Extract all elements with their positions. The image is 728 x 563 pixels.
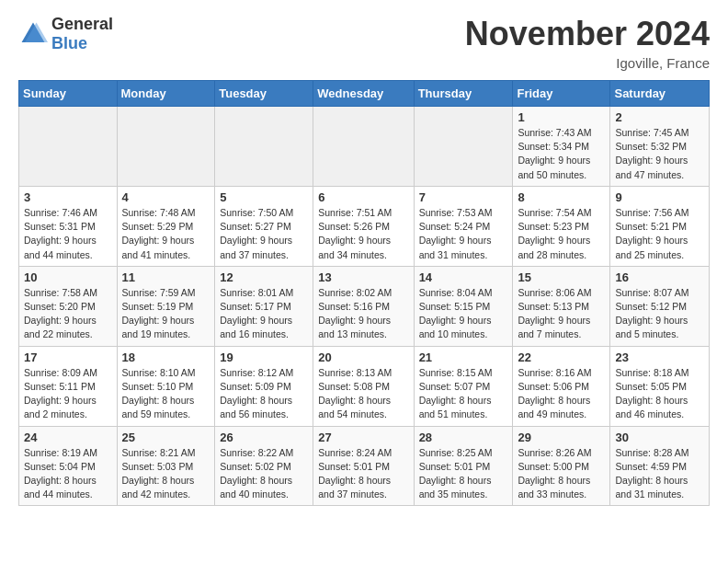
day-number: 7 [419, 190, 508, 204]
col-header-thursday: Thursday [414, 81, 513, 107]
month-title: November 2024 [465, 15, 710, 53]
day-info: Sunrise: 8:21 AM Sunset: 5:03 PM Dayligh… [122, 446, 210, 502]
day-cell [117, 107, 215, 187]
col-header-sunday: Sunday [19, 81, 118, 107]
day-number: 23 [615, 350, 704, 364]
col-header-saturday: Saturday [610, 81, 710, 107]
day-cell: 5Sunrise: 7:50 AM Sunset: 5:27 PM Daylig… [215, 186, 313, 266]
day-cell: 8Sunrise: 7:54 AM Sunset: 5:23 PM Daylig… [513, 186, 610, 266]
day-info: Sunrise: 7:56 AM Sunset: 5:21 PM Dayligh… [615, 206, 704, 262]
day-info: Sunrise: 7:50 AM Sunset: 5:27 PM Dayligh… [220, 206, 308, 262]
location: Igoville, France [465, 55, 710, 71]
day-cell: 27Sunrise: 8:24 AM Sunset: 5:01 PM Dayli… [313, 426, 414, 506]
day-number: 9 [615, 190, 704, 204]
day-cell: 16Sunrise: 8:07 AM Sunset: 5:12 PM Dayli… [610, 266, 710, 346]
day-number: 26 [220, 431, 308, 444]
day-number: 5 [220, 190, 308, 204]
day-cell: 29Sunrise: 8:26 AM Sunset: 5:00 PM Dayli… [513, 426, 610, 506]
day-cell: 3Sunrise: 7:46 AM Sunset: 5:31 PM Daylig… [19, 186, 118, 266]
col-header-tuesday: Tuesday [215, 81, 313, 107]
day-number: 1 [518, 110, 605, 124]
day-cell: 25Sunrise: 8:21 AM Sunset: 5:03 PM Dayli… [117, 426, 215, 506]
day-cell: 30Sunrise: 8:28 AM Sunset: 4:59 PM Dayli… [610, 426, 710, 506]
day-cell: 10Sunrise: 7:58 AM Sunset: 5:20 PM Dayli… [19, 266, 118, 346]
day-info: Sunrise: 8:24 AM Sunset: 5:01 PM Dayligh… [318, 446, 408, 502]
day-number: 28 [419, 431, 508, 444]
day-cell: 22Sunrise: 8:16 AM Sunset: 5:06 PM Dayli… [513, 346, 610, 426]
day-number: 24 [24, 431, 112, 444]
day-info: Sunrise: 8:04 AM Sunset: 5:15 PM Dayligh… [419, 286, 508, 342]
day-number: 2 [615, 110, 704, 124]
day-number: 6 [318, 190, 408, 204]
day-info: Sunrise: 7:51 AM Sunset: 5:26 PM Dayligh… [318, 206, 408, 262]
day-number: 30 [615, 431, 704, 444]
day-cell [215, 107, 313, 187]
day-cell: 14Sunrise: 8:04 AM Sunset: 5:15 PM Dayli… [414, 266, 513, 346]
week-row-1: 1Sunrise: 7:43 AM Sunset: 5:34 PM Daylig… [19, 107, 710, 187]
day-number: 14 [419, 270, 508, 284]
day-cell: 7Sunrise: 7:53 AM Sunset: 5:24 PM Daylig… [414, 186, 513, 266]
week-row-2: 3Sunrise: 7:46 AM Sunset: 5:31 PM Daylig… [19, 186, 710, 266]
col-header-wednesday: Wednesday [313, 81, 414, 107]
day-info: Sunrise: 8:26 AM Sunset: 5:00 PM Dayligh… [518, 446, 605, 502]
day-info: Sunrise: 7:59 AM Sunset: 5:19 PM Dayligh… [122, 286, 210, 342]
day-info: Sunrise: 8:02 AM Sunset: 5:16 PM Dayligh… [318, 286, 408, 342]
day-number: 21 [419, 350, 508, 364]
day-cell: 24Sunrise: 8:19 AM Sunset: 5:04 PM Dayli… [19, 426, 118, 506]
day-cell: 6Sunrise: 7:51 AM Sunset: 5:26 PM Daylig… [313, 186, 414, 266]
day-info: Sunrise: 7:53 AM Sunset: 5:24 PM Dayligh… [419, 206, 508, 262]
day-cell: 23Sunrise: 8:18 AM Sunset: 5:05 PM Dayli… [610, 346, 710, 426]
day-number: 15 [518, 270, 605, 284]
day-cell: 21Sunrise: 8:15 AM Sunset: 5:07 PM Dayli… [414, 346, 513, 426]
week-row-5: 24Sunrise: 8:19 AM Sunset: 5:04 PM Dayli… [19, 426, 710, 506]
day-info: Sunrise: 8:13 AM Sunset: 5:08 PM Dayligh… [318, 366, 408, 422]
header-row: SundayMondayTuesdayWednesdayThursdayFrid… [19, 81, 710, 107]
day-info: Sunrise: 7:46 AM Sunset: 5:31 PM Dayligh… [24, 206, 112, 262]
day-info: Sunrise: 8:25 AM Sunset: 5:01 PM Dayligh… [419, 446, 508, 502]
day-number: 27 [318, 431, 408, 444]
day-cell [19, 107, 118, 187]
day-cell: 11Sunrise: 7:59 AM Sunset: 5:19 PM Dayli… [117, 266, 215, 346]
day-cell: 18Sunrise: 8:10 AM Sunset: 5:10 PM Dayli… [117, 346, 215, 426]
day-number: 20 [318, 350, 408, 364]
day-info: Sunrise: 7:45 AM Sunset: 5:32 PM Dayligh… [615, 126, 704, 182]
day-number: 4 [122, 190, 210, 204]
day-cell: 13Sunrise: 8:02 AM Sunset: 5:16 PM Dayli… [313, 266, 414, 346]
day-info: Sunrise: 8:19 AM Sunset: 5:04 PM Dayligh… [24, 446, 112, 502]
day-number: 3 [24, 190, 112, 204]
day-number: 25 [122, 431, 210, 444]
day-cell: 9Sunrise: 7:56 AM Sunset: 5:21 PM Daylig… [610, 186, 710, 266]
day-info: Sunrise: 8:07 AM Sunset: 5:12 PM Dayligh… [615, 286, 704, 342]
day-info: Sunrise: 8:15 AM Sunset: 5:07 PM Dayligh… [419, 366, 508, 422]
week-row-4: 17Sunrise: 8:09 AM Sunset: 5:11 PM Dayli… [19, 346, 710, 426]
day-number: 19 [220, 350, 308, 364]
day-info: Sunrise: 8:18 AM Sunset: 5:05 PM Dayligh… [615, 366, 704, 422]
day-info: Sunrise: 8:28 AM Sunset: 4:59 PM Dayligh… [615, 446, 704, 502]
day-info: Sunrise: 7:54 AM Sunset: 5:23 PM Dayligh… [518, 206, 605, 262]
day-cell: 1Sunrise: 7:43 AM Sunset: 5:34 PM Daylig… [513, 107, 610, 187]
day-number: 29 [518, 431, 605, 444]
day-cell: 15Sunrise: 8:06 AM Sunset: 5:13 PM Dayli… [513, 266, 610, 346]
day-number: 22 [518, 350, 605, 364]
day-info: Sunrise: 7:48 AM Sunset: 5:29 PM Dayligh… [122, 206, 210, 262]
logo-general: General [51, 15, 113, 34]
day-info: Sunrise: 8:09 AM Sunset: 5:11 PM Dayligh… [24, 366, 112, 422]
day-info: Sunrise: 8:16 AM Sunset: 5:06 PM Dayligh… [518, 366, 605, 422]
logo-blue: Blue [51, 34, 113, 53]
day-cell: 20Sunrise: 8:13 AM Sunset: 5:08 PM Dayli… [313, 346, 414, 426]
day-info: Sunrise: 7:58 AM Sunset: 5:20 PM Dayligh… [24, 286, 112, 342]
day-number: 17 [24, 350, 112, 364]
day-info: Sunrise: 8:22 AM Sunset: 5:02 PM Dayligh… [220, 446, 308, 502]
logo-icon [18, 19, 48, 49]
day-info: Sunrise: 7:43 AM Sunset: 5:34 PM Dayligh… [518, 126, 605, 182]
day-number: 10 [24, 270, 112, 284]
day-cell [313, 107, 414, 187]
day-number: 12 [220, 270, 308, 284]
day-info: Sunrise: 8:10 AM Sunset: 5:10 PM Dayligh… [122, 366, 210, 422]
title-block: November 2024 Igoville, France [465, 15, 710, 71]
day-number: 13 [318, 270, 408, 284]
week-row-3: 10Sunrise: 7:58 AM Sunset: 5:20 PM Dayli… [19, 266, 710, 346]
day-cell [414, 107, 513, 187]
day-cell: 2Sunrise: 7:45 AM Sunset: 5:32 PM Daylig… [610, 107, 710, 187]
day-number: 18 [122, 350, 210, 364]
